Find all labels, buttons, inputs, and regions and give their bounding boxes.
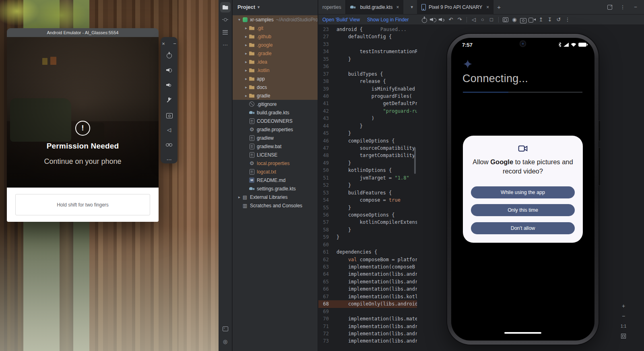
glasses-icon[interactable] [165,141,173,148]
tool-strip-logcat[interactable]: ◎ [220,336,231,347]
phone-screen[interactable]: 7:57 Connecting... [451,38,594,341]
tree-item-settings-gradle-kts[interactable]: settings.gradle.kts [233,184,318,193]
close-tab-icon[interactable]: × [486,4,489,10]
line-number: 50 [318,167,331,174]
tree-item-app[interactable]: ▸app [233,74,318,83]
tree-item-kotlin[interactable]: ▸.kotlin [233,66,318,74]
tree-item-readme-md[interactable]: MREADME.md [233,176,318,184]
camera-icon[interactable] [519,16,527,23]
tree-item-idea[interactable]: ▸.idea [233,58,318,66]
tree-item-gradle[interactable]: ▸.gradle [233,49,318,58]
power-icon[interactable] [420,16,428,23]
share-icon[interactable]: ↥ [537,16,545,23]
back-icon[interactable]: ◁ [165,126,173,133]
chevron-icon[interactable]: ▸ [244,51,249,56]
code-editor[interactable]: 2327333435363738394041424344454647484950… [318,25,417,351]
zoom-out-icon[interactable]: − [620,312,627,320]
chevron-down-icon[interactable]: ▾ [258,5,260,9]
chevron-icon[interactable]: ▸ [244,34,249,39]
screenshot-icon[interactable] [502,16,510,23]
more-icon[interactable]: ⋯ [165,156,173,163]
permission-needed-subtitle: Continue on your phone [7,157,159,166]
tree-item-gradlew-bat[interactable]: gradlew.bat [233,142,318,151]
tree-item-gradle[interactable]: ▸gradle [233,91,318,100]
more-icon[interactable]: ⋮ [564,16,572,23]
snapshot-icon[interactable]: ↺ [555,16,563,23]
back-icon[interactable]: ◁ [470,16,478,23]
tree-item-local-properties[interactable]: ⚙local.properties [233,159,318,167]
hide-icon[interactable]: − [632,4,639,11]
line-number: 66 [318,285,331,293]
tree-item-gradlew[interactable]: gradlew [233,134,318,142]
zoom-level-icon[interactable]: 1:1 [620,322,627,330]
line-number: 33 [318,41,331,48]
chevron-icon[interactable]: ▸ [244,85,249,89]
tree-item-logcat-txt[interactable]: logcat.txt [233,167,318,176]
chevron-icon[interactable]: ▸ [244,60,249,64]
tab-pixel-9-pro-api-canary[interactable]: Pixel 9 Pro API CANARY × [417,0,493,14]
tree-item-build-gradle-kts[interactable]: build.gradle.kts [233,108,318,117]
permission-button-allow-while-using[interactable]: While using the app [471,186,575,198]
tree-item-license[interactable]: LICENSE [233,151,318,159]
zoom-fit-icon[interactable] [620,332,627,340]
minimize-icon[interactable]: − [171,40,178,47]
home-icon[interactable]: ○ [479,16,487,23]
screen-record-icon[interactable]: ◉ [510,16,518,23]
volume-up-icon[interactable] [165,66,173,74]
volume-down-icon[interactable] [165,81,173,89]
tool-strip-structure[interactable] [220,27,231,37]
tab-build-gradle-kts[interactable]: build.gradle.kts × [346,0,404,14]
close-tab-icon[interactable]: × [396,4,399,10]
chevron-icon[interactable]: ▸ [244,93,249,98]
camera-icon[interactable] [165,111,173,118]
tool-strip-more[interactable]: ⋯ [220,39,231,50]
chevron-icon[interactable]: ▸ [244,68,249,72]
tree-item-external-libraries[interactable]: ▸▤External Libraries [233,193,318,201]
emulator-screen[interactable]: ! Permission Needed Continue on your pho… [7,37,159,188]
hint-box: Hold shift for two fingers [15,194,150,215]
rotate-left-icon[interactable]: ↶ [447,16,455,23]
tree-item-gradle-properties[interactable]: ⚙gradle.properties [233,125,318,134]
tool-strip-commit[interactable] [220,14,231,25]
tree-item-xr-samples[interactable]: ▾xr-samples~/AndroidStudioProje [233,15,318,24]
tree-item-codeowners[interactable]: CODEOWNERS [233,117,318,125]
tool-strip-terminal[interactable] [220,324,231,334]
zoom-in-icon[interactable]: + [620,302,627,310]
open-in-window-icon[interactable] [606,4,613,11]
volume-up-icon[interactable] [429,16,437,23]
tree-item-google[interactable]: ▸.google [233,41,318,49]
chevron-icon[interactable]: ▸ [237,195,242,199]
rotate-right-icon[interactable]: ↷ [456,16,464,23]
overview-icon[interactable]: □ [487,16,495,23]
tree-item-gitignore[interactable]: .gitignore [233,100,318,108]
volume-down-icon[interactable] [438,16,446,23]
tree-item-docs[interactable]: ▸docs [233,83,318,91]
chevron-icon[interactable]: ▸ [244,76,249,81]
chevron-icon[interactable]: ▸ [244,26,249,30]
permission-button-allow-only-this-time[interactable]: Only this time [471,204,575,216]
close-icon[interactable]: × [160,40,167,47]
tree-item-github[interactable]: ▸.github [233,32,318,41]
project-panel-header[interactable]: Project ▾ [233,0,318,14]
folder-icon [249,50,255,56]
more-icon[interactable]: ⋮ [619,4,626,11]
tool-strip-project[interactable] [220,2,231,12]
tree-item-git[interactable]: ▸.git [233,24,318,32]
mic-off-icon[interactable] [165,96,173,103]
banner-link-show-log-in-finder[interactable]: Show Log in Finder [367,17,409,23]
permission-button-dont-allow[interactable]: Don't allow [471,222,575,234]
editor-scrollbar[interactable] [414,147,416,174]
new-tab-button[interactable]: + [497,4,501,10]
power-icon[interactable] [165,52,173,59]
chevron-icon[interactable]: ▾ [237,17,242,22]
tab-list-icon[interactable]: ▾ [411,4,413,10]
save-icon[interactable]: ↧ [546,16,554,23]
tab-gradle-properties[interactable]: roperties [318,0,346,14]
banner-link-open-build-view[interactable]: Open 'Build' View [322,17,360,23]
tree-item-scratches-and-consoles[interactable]: ▥Scratches and Consoles [233,201,318,210]
tree-item-label: .google [257,42,272,48]
chevron-icon[interactable]: ▸ [244,43,249,47]
power-button [599,120,600,141]
emulator-title-bar[interactable]: Android Emulator - AI_Glasses:5554 [7,28,159,37]
video-icon[interactable] [528,16,536,23]
